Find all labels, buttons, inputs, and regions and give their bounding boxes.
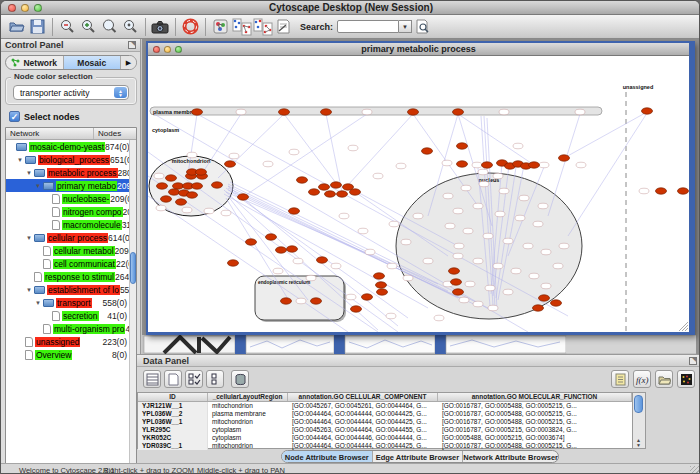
open-file-button[interactable] — [6, 16, 27, 37]
network-node-selected[interactable] — [289, 208, 300, 214]
snapshot-button[interactable] — [150, 16, 171, 37]
network-node[interactable] — [488, 305, 498, 311]
network-node[interactable] — [453, 253, 463, 259]
network-node[interactable] — [387, 263, 397, 269]
table-row[interactable]: YKR052Ccytoplasm[GO:0044464, GO:0044446,… — [138, 434, 632, 442]
network-node[interactable] — [373, 173, 383, 179]
network-node[interactable] — [503, 238, 513, 244]
network-node[interactable] — [358, 228, 368, 234]
tree-scroll-thumb[interactable] — [130, 252, 136, 284]
window-titlebar[interactable]: Cytoscape Desktop (New Session) — [1, 1, 700, 15]
network-node-selected[interactable] — [331, 182, 342, 188]
table-scroll-thumb[interactable] — [634, 395, 643, 413]
tree-item[interactable]: nucleobase-209(0) — [6, 192, 136, 205]
network-node[interactable] — [403, 275, 413, 281]
network-node-selected[interactable] — [325, 191, 336, 197]
network-node[interactable] — [479, 181, 489, 187]
network-node-selected[interactable] — [246, 239, 257, 245]
network-node[interactable] — [473, 301, 483, 307]
network-node[interactable] — [519, 195, 529, 201]
network-node-selected[interactable] — [238, 194, 249, 200]
network-node-selected[interactable] — [422, 148, 433, 154]
table-scrollbar[interactable]: ▲▼ — [633, 392, 646, 449]
layout-network-a-button[interactable] — [231, 16, 252, 37]
network-node[interactable] — [331, 263, 341, 269]
network-node-selected[interactable] — [166, 175, 177, 181]
network-node[interactable] — [156, 205, 166, 211]
network-node-selected[interactable] — [173, 183, 184, 189]
network-edge[interactable] — [148, 196, 348, 332]
table-row[interactable]: YDR039C__1mitochondrion[GO:0044464, GO:0… — [138, 442, 632, 450]
network-node[interactable] — [533, 221, 543, 227]
network-node[interactable] — [182, 207, 192, 213]
tree-item[interactable]: ▼primary metabo209(... — [6, 179, 136, 192]
matrix-button[interactable] — [677, 370, 695, 388]
select-attributes-button[interactable] — [185, 370, 203, 388]
tree-item[interactable]: nitrogen compo209(0) — [6, 205, 136, 218]
network-node[interactable] — [445, 223, 455, 229]
network-node-selected[interactable] — [362, 294, 373, 300]
tree-col-nodes[interactable]: Nodes — [94, 128, 136, 139]
network-node[interactable] — [289, 149, 299, 155]
network-node[interactable] — [473, 203, 483, 209]
network-node-selected[interactable] — [192, 183, 203, 189]
expander-icon[interactable]: ▼ — [26, 235, 34, 241]
table-row[interactable]: YPL036W__2plasma membrane[GO:0044464, GO… — [138, 410, 632, 418]
network-node[interactable] — [263, 161, 273, 167]
network-node[interactable] — [478, 169, 488, 175]
network-node[interactable] — [465, 281, 475, 287]
network-node[interactable] — [454, 243, 464, 249]
network-node-selected[interactable] — [656, 188, 667, 194]
notepad-button[interactable] — [611, 370, 629, 388]
canvas-resize-grip[interactable] — [679, 322, 688, 331]
unselect-attributes-button[interactable] — [206, 370, 224, 388]
tree-item[interactable]: Overview8(0) — [6, 348, 136, 361]
network-node-selected[interactable] — [176, 199, 187, 205]
network-node[interactable] — [463, 228, 473, 234]
table-column-header[interactable]: ID — [138, 393, 208, 401]
attribute-table[interactable]: ID_cellularLayoutRegionannotation.GO CEL… — [137, 392, 633, 449]
zoom-view-button[interactable] — [175, 46, 182, 53]
network-node-selected[interactable] — [192, 109, 203, 115]
scroll-arrows-icon[interactable]: ▲▼ — [633, 438, 644, 448]
network-edge[interactable] — [458, 114, 534, 165]
network-node[interactable] — [483, 233, 493, 239]
network-node[interactable] — [473, 258, 483, 264]
network-node[interactable] — [493, 173, 503, 179]
tree-item[interactable]: ▼establishment of lo558(0) — [6, 283, 136, 296]
help-button[interactable] — [180, 16, 201, 37]
network-node-selected[interactable] — [351, 306, 362, 312]
zoom-fit-button[interactable] — [99, 16, 120, 37]
tab-node-attribute-browser[interactable]: Node Attribute Browser — [282, 451, 373, 462]
network-node-selected[interactable] — [350, 189, 361, 195]
network-node-selected[interactable] — [533, 305, 544, 311]
expander-icon[interactable]: ▼ — [26, 170, 34, 176]
network-node[interactable] — [495, 211, 505, 217]
network-node[interactable] — [442, 160, 452, 166]
tree-item[interactable]: cellular metabol209(0) — [6, 244, 136, 257]
network-node-selected[interactable] — [196, 169, 207, 175]
network-node[interactable] — [576, 162, 586, 168]
network-node-selected[interactable] — [539, 295, 550, 301]
network-node[interactable] — [365, 249, 375, 255]
network-node-selected[interactable] — [161, 196, 172, 202]
network-node-selected[interactable] — [374, 273, 385, 279]
tree-item[interactable]: multi-organism pro42(0) — [6, 322, 136, 335]
network-edge[interactable] — [564, 112, 647, 158]
tree-item[interactable]: response to stimul264(0) — [6, 270, 136, 283]
expander-icon[interactable]: ▼ — [35, 300, 43, 306]
network-node-selected[interactable] — [482, 162, 493, 168]
network-node[interactable] — [541, 283, 551, 289]
network-node-selected[interactable] — [287, 246, 298, 252]
network-node[interactable] — [154, 173, 164, 179]
network-node-selected[interactable] — [187, 192, 198, 198]
formula-button[interactable]: f(x) — [633, 370, 651, 388]
network-node[interactable] — [523, 243, 533, 249]
network-node[interactable] — [453, 208, 463, 214]
network-node[interactable] — [389, 221, 399, 227]
table-column-header[interactable]: annotation.GO MOLECULAR_FUNCTION — [438, 393, 632, 401]
window-resize-grip[interactable] — [690, 466, 700, 474]
tree-item[interactable]: secretion41(0) — [6, 309, 136, 322]
network-node-selected[interactable] — [559, 155, 570, 161]
float-panel-icon[interactable] — [689, 357, 697, 365]
